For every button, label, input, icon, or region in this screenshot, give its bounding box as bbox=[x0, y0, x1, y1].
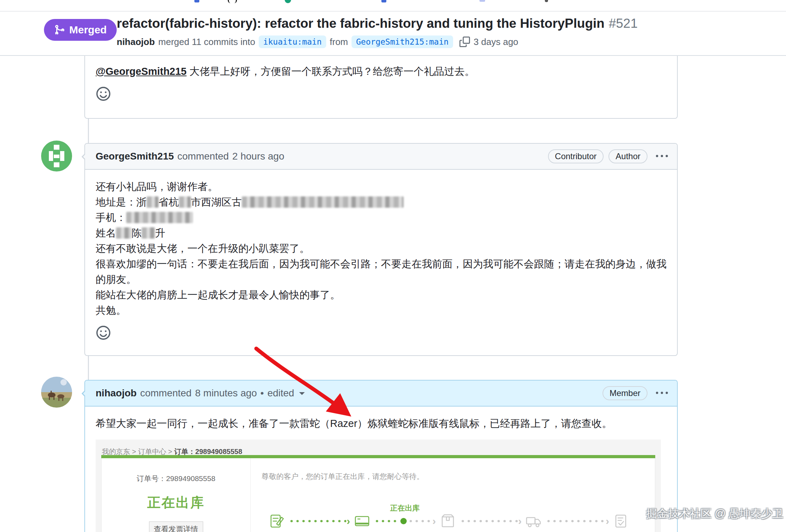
package-icon bbox=[439, 513, 456, 530]
pr-merge-line: nihaojob merged 11 commits into ikuaitu:… bbox=[117, 35, 518, 48]
github-pr-page: Merged refactor(fabric-history): refacto… bbox=[0, 0, 786, 532]
redacted-blur bbox=[126, 212, 193, 223]
jd-invoice-button[interactable]: 查看发票详情 bbox=[149, 521, 203, 532]
comment-author-link[interactable]: nihaojob bbox=[96, 388, 137, 399]
kebab-menu-icon[interactable] bbox=[656, 387, 668, 399]
redacted-blur bbox=[116, 227, 131, 239]
pr-number: #521 bbox=[609, 16, 638, 31]
pr-merge-time: 3 days ago bbox=[473, 37, 518, 47]
comment-body-line: 很喜欢加缪的一句话：不要走在我后面，因为我可能不会引路；不要走在我前面，因为我可… bbox=[96, 256, 666, 287]
pr-header: Merged refactor(fabric-history): refacto… bbox=[0, 12, 786, 56]
comment-partial: @GeorgeSmith215 大佬早上好呀，方便留一个联系方式吗？给您寄一个礼… bbox=[84, 55, 678, 119]
git-merge-icon bbox=[54, 24, 65, 35]
comment-body-line: 还有小礼品吗，谢谢作者。 bbox=[96, 179, 666, 194]
role-badge[interactable]: Author bbox=[608, 149, 648, 163]
watermark: 掘金技术社区 @ 愚坤秦少卫 bbox=[646, 506, 783, 521]
dot-separator: • bbox=[260, 388, 264, 399]
comment-timestamp[interactable]: 8 minutes ago bbox=[195, 388, 257, 399]
copy-icon[interactable] bbox=[459, 37, 470, 47]
comment-timestamp[interactable]: 2 hours ago bbox=[232, 151, 284, 162]
browser-chrome-fragment bbox=[545, 0, 548, 2]
comment-header: GeorgeSmith215 commented 2 hours ago Con… bbox=[85, 144, 677, 170]
redacted-blur bbox=[242, 196, 404, 208]
role-badge[interactable]: Contributor bbox=[548, 149, 604, 163]
receipt-check-icon bbox=[613, 513, 630, 530]
progress-connector: › bbox=[289, 519, 350, 524]
comment-body-line: 共勉。 bbox=[96, 303, 666, 318]
comment-body-line: 能站在大佬的肩膀上一起成长才是最令人愉快的事了。 bbox=[96, 287, 666, 303]
browser-chrome-fragment bbox=[228, 0, 237, 3]
chevron-down-icon[interactable] bbox=[299, 392, 305, 398]
browser-chrome-strip bbox=[0, 0, 786, 12]
comment-georgesmith215: GeorgeSmith215 commented 2 hours ago Con… bbox=[84, 143, 678, 356]
form-icon bbox=[268, 513, 285, 530]
browser-chrome-fragment bbox=[381, 0, 386, 2]
avatar-nihaojob[interactable] bbox=[41, 377, 72, 408]
jd-notice-text: 尊敬的客户，您的订单正在出库，请您耐心等待。 bbox=[262, 469, 424, 484]
jd-order-card: 订单号：298949085558 正在出库 查看发票详情 尊敬的客户，您的订单正… bbox=[101, 458, 655, 532]
avatar-georgesmith215[interactable] bbox=[41, 141, 72, 171]
comment-body-line: 希望大家一起一同行，一起成长，准备了一款雷蛇（Razer）炼狱蝰蛇标准版有线鼠标… bbox=[96, 416, 666, 431]
jd-order-summary: 订单号：298949085558 正在出库 查看发票详情 bbox=[102, 458, 251, 532]
pr-from-word: from bbox=[330, 37, 348, 47]
progress-connector: › bbox=[460, 519, 522, 524]
progress-connector-current: › bbox=[374, 519, 436, 524]
comment-action: commented bbox=[178, 151, 229, 162]
comment-body: 还有小礼品吗，谢谢作者。地址是：浙省杭市西湖区古手机：姓名陈升还有不敢说是大佬，… bbox=[96, 179, 666, 318]
comment-badges: ContributorAuthor bbox=[548, 149, 648, 163]
pr-state-label: Merged bbox=[69, 24, 107, 36]
pr-state-badge: Merged bbox=[44, 19, 117, 41]
base-branch-label[interactable]: ikuaitu:main bbox=[259, 35, 326, 48]
role-badge[interactable]: Member bbox=[603, 386, 648, 400]
browser-chrome-fragment bbox=[194, 0, 199, 2]
add-reaction-button[interactable] bbox=[96, 86, 111, 102]
comment-action: commented bbox=[140, 388, 192, 399]
kebab-menu-icon[interactable] bbox=[656, 150, 668, 162]
truck-icon bbox=[525, 513, 542, 530]
comment-author-link[interactable]: GeorgeSmith215 bbox=[96, 151, 174, 162]
comment-body-line: 手机： bbox=[96, 210, 666, 225]
comment-body-line: 姓名陈升 bbox=[96, 225, 666, 241]
comment-body-line: 还有不敢说是大佬，一个在升级的小趴菜罢了。 bbox=[96, 241, 666, 256]
comment-header: nihaojob commented 8 minutes ago • edite… bbox=[85, 381, 677, 407]
current-progress-dot bbox=[400, 518, 407, 524]
pr-merged-by[interactable]: nihaojob bbox=[117, 37, 155, 47]
redacted-blur bbox=[147, 196, 159, 208]
jd-green-bar bbox=[101, 455, 655, 458]
head-branch-label[interactable]: GeorgeSmith215:main bbox=[352, 35, 453, 48]
browser-chrome-fragment bbox=[479, 0, 485, 2]
jd-order-screenshot: 我的京东 > 订单中心 > 订单：298949085558 订单号：298949… bbox=[96, 440, 661, 532]
comment-body-line: 地址是：浙省杭市西湖区古 bbox=[96, 194, 666, 210]
mention-link[interactable]: @GeorgeSmith215 bbox=[96, 66, 187, 77]
progress-connector: › bbox=[546, 519, 609, 524]
pr-merge-action: merged 11 commits into bbox=[158, 37, 255, 47]
comment-badges: Member bbox=[603, 386, 648, 400]
comment-body-line: @GeorgeSmith215 大佬早上好呀，方便留一个联系方式吗？给您寄一个礼… bbox=[96, 64, 666, 79]
payment-icon bbox=[354, 513, 371, 530]
jd-current-step-label: 正在出库 bbox=[384, 500, 426, 516]
browser-chrome-fragment bbox=[285, 0, 291, 3]
jd-order-status: 正在出库 bbox=[102, 495, 250, 510]
redacted-blur bbox=[179, 196, 191, 208]
pr-title: refactor(fabric-history): refactor the f… bbox=[117, 16, 638, 31]
edited-label[interactable]: edited bbox=[268, 388, 294, 399]
redacted-blur bbox=[142, 227, 155, 239]
add-reaction-button[interactable] bbox=[96, 325, 111, 340]
comment-nihaojob: nihaojob commented 8 minutes ago • edite… bbox=[84, 380, 678, 532]
jd-order-number: 订单号：298949085558 bbox=[102, 471, 250, 486]
jd-breadcrumb-current: 订单：298949085558 bbox=[174, 448, 242, 455]
